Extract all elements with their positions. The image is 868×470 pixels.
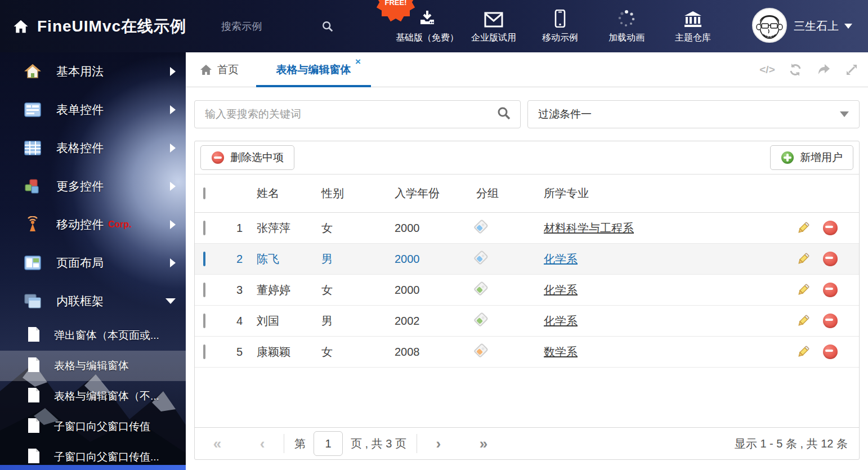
search-icon[interactable]: [321, 20, 334, 33]
tag-icon: [473, 219, 489, 234]
row-checkbox[interactable]: [203, 283, 205, 297]
sidebar-item-basic-usage[interactable]: 基本用法: [0, 52, 186, 91]
minus-circle-icon: [211, 151, 225, 164]
nav-item-theme-store[interactable]: 主题仓库: [660, 8, 726, 44]
table-row[interactable]: 4 刘国 男 2002 化学系: [195, 306, 859, 337]
first-page-button[interactable]: «: [206, 435, 229, 453]
delete-icon[interactable]: [823, 314, 838, 328]
major-link[interactable]: 材料科学与工程系: [544, 222, 634, 234]
row-checkbox[interactable]: [203, 314, 205, 328]
header-search-input[interactable]: 搜索示例: [221, 20, 306, 33]
nav-item-loading-animations[interactable]: 加载动画: [593, 8, 660, 44]
delete-icon[interactable]: [823, 283, 838, 297]
tag-icon: [473, 281, 489, 296]
chevron-down-icon: [840, 111, 849, 117]
keyword-search-input[interactable]: [195, 108, 496, 120]
table-row[interactable]: 5 康颖颖 女 2008 数学系: [195, 337, 859, 368]
column-header-year[interactable]: 入学年份: [395, 186, 476, 201]
sidebar-item-form-controls[interactable]: 表单控件: [0, 91, 186, 129]
keyword-search-box: [194, 100, 521, 128]
spinner-icon: [618, 8, 636, 28]
grid-empty-area: [195, 368, 859, 427]
column-header-name[interactable]: 姓名: [257, 186, 321, 201]
close-icon[interactable]: ×: [355, 57, 361, 66]
table-icon: [24, 139, 42, 157]
app-title: FineUIMvc在线示例: [37, 16, 186, 37]
mobile-icon: [554, 8, 566, 28]
sidebar-subitem-child-to-parent[interactable]: 子窗口向父窗口传值: [0, 411, 186, 442]
row-checkbox[interactable]: [203, 252, 205, 266]
page-icon: [27, 448, 41, 466]
table-row[interactable]: 2 陈飞 男 2000 化学系: [195, 244, 859, 275]
column-header-group[interactable]: 分组: [476, 186, 544, 201]
delete-icon[interactable]: [823, 221, 838, 235]
refresh-icon[interactable]: [788, 62, 803, 77]
table-row[interactable]: 3 董婷婷 女 2000 化学系: [195, 275, 859, 306]
page-icon: [27, 387, 41, 405]
maximize-icon[interactable]: [844, 62, 859, 77]
add-user-button[interactable]: 新增用户: [770, 145, 853, 170]
tab-home[interactable]: 首页: [200, 52, 239, 87]
sidebar-item-more-controls[interactable]: 更多控件: [0, 167, 186, 205]
row-checkbox[interactable]: [203, 344, 205, 359]
open-new-window-icon[interactable]: [816, 62, 831, 77]
home-icon[interactable]: [12, 18, 29, 35]
edit-icon[interactable]: [796, 314, 811, 328]
edit-icon[interactable]: [796, 344, 811, 359]
cubes-icon: [24, 177, 42, 195]
form-icon: [24, 101, 42, 119]
sidebar-subitem-popup-window[interactable]: 弹出窗体（本页面或...: [0, 320, 186, 351]
chevron-right-icon: [170, 220, 176, 229]
tag-icon: [473, 312, 489, 327]
tab-toolbar: </>: [760, 52, 859, 87]
filter-dropdown[interactable]: 过滤条件一: [527, 100, 860, 128]
chevron-right-icon: [170, 67, 176, 76]
chevron-right-icon: [170, 144, 176, 153]
page-icon: [27, 357, 41, 375]
active-tab-underline: [256, 85, 371, 87]
edit-icon[interactable]: [796, 221, 811, 235]
major-link[interactable]: 化学系: [544, 315, 578, 327]
major-link[interactable]: 数学系: [544, 346, 578, 358]
delete-icon[interactable]: [823, 252, 838, 266]
sidebar-subitem-grid-edit-window[interactable]: 表格与编辑窗体: [0, 351, 186, 381]
last-page-button[interactable]: »: [472, 435, 495, 453]
user-menu[interactable]: 三生石上: [794, 19, 852, 34]
row-checkbox[interactable]: [203, 221, 205, 235]
filter-dropdown-value: 过滤条件一: [528, 107, 840, 122]
major-link[interactable]: 化学系: [544, 253, 578, 265]
sidebar-item-grid-controls[interactable]: 表格控件: [0, 129, 186, 167]
envelope-icon: [484, 8, 503, 28]
free-badge: FREE!: [378, 0, 413, 20]
tab-grid-edit-window[interactable]: 表格与编辑窗体 ×: [256, 52, 371, 87]
nav-item-basic-free[interactable]: FREE! 基础版（免费）: [394, 8, 460, 44]
column-header-gender[interactable]: 性别: [321, 186, 395, 201]
antenna-icon: [24, 216, 42, 234]
grid-toolbar: 删除选中项 新增用户: [195, 141, 859, 174]
next-page-button[interactable]: ›: [427, 435, 450, 453]
corp-badge: Corp.: [108, 220, 132, 230]
nav-item-enterprise-trial[interactable]: 企业版试用: [460, 8, 527, 44]
avatar[interactable]: [752, 8, 787, 43]
major-link[interactable]: 化学系: [544, 284, 578, 296]
source-code-icon[interactable]: </>: [760, 62, 775, 77]
search-icon[interactable]: [496, 106, 511, 123]
page-number-input[interactable]: [314, 431, 343, 456]
delete-icon[interactable]: [823, 344, 838, 359]
sidebar-item-page-layout[interactable]: 页面布局: [0, 244, 186, 282]
sidebar: 基本用法 表单控件 表格控件 更多控件: [0, 52, 186, 470]
nav-item-mobile-demo[interactable]: 移动示例: [527, 8, 593, 44]
edit-icon[interactable]: [796, 283, 811, 297]
column-header-major[interactable]: 所学专业: [544, 186, 758, 201]
sidebar-menu: 基本用法 表单控件 表格控件 更多控件: [0, 52, 186, 470]
table-row[interactable]: 1 张萍萍 女 2000 材料科学与工程系: [195, 213, 859, 244]
prev-page-button[interactable]: ‹: [251, 435, 274, 453]
select-all-checkbox[interactable]: [203, 187, 205, 199]
delete-selected-button[interactable]: 删除选中项: [200, 145, 294, 170]
edit-icon[interactable]: [796, 252, 811, 266]
sidebar-subitem-grid-edit-window-no[interactable]: 表格与编辑窗体（不...: [0, 381, 186, 411]
sidebar-item-mobile-controls[interactable]: 移动控件 Corp.: [0, 205, 186, 244]
chevron-right-icon: [170, 105, 176, 114]
sidebar-item-iframe[interactable]: 内联框架: [0, 282, 186, 320]
plus-circle-icon: [781, 151, 794, 164]
